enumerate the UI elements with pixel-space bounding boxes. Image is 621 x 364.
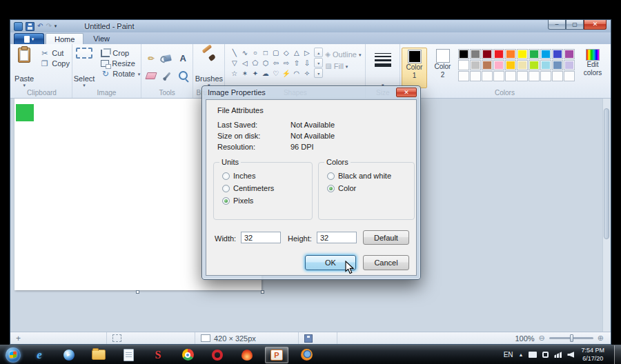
taskbar-app-firefox[interactable] xyxy=(295,347,318,363)
shape-icon[interactable]: ⬠ xyxy=(250,58,260,68)
tab-home[interactable]: Home xyxy=(46,33,83,44)
taskbar-app-notes[interactable] xyxy=(117,347,140,363)
palette-swatch[interactable] xyxy=(458,49,469,59)
eraser-tool-button[interactable] xyxy=(144,67,159,84)
palette-swatch[interactable] xyxy=(552,49,563,59)
width-input[interactable] xyxy=(241,232,281,243)
text-tool-button[interactable]: A xyxy=(175,50,191,67)
palette-swatch[interactable] xyxy=(529,71,540,81)
shape-icon[interactable]: ⇧ xyxy=(291,58,302,68)
shape-icon[interactable]: ◁ xyxy=(239,58,250,68)
shape-icon[interactable]: ☁ xyxy=(260,68,270,79)
taskbar-app-chrome[interactable] xyxy=(176,347,199,363)
palette-swatch[interactable] xyxy=(529,60,540,70)
redo-icon[interactable]: ↷ xyxy=(46,23,51,30)
shape-icon[interactable]: ▢ xyxy=(270,48,281,58)
shapes-scroll-up-button[interactable]: ▴ xyxy=(314,48,323,57)
palette-swatch[interactable] xyxy=(540,60,551,70)
color1-button[interactable]: Color 1 xyxy=(402,48,427,88)
palette-swatch[interactable] xyxy=(482,49,493,59)
palette-swatch[interactable] xyxy=(564,49,575,59)
palette-swatch[interactable] xyxy=(493,71,504,81)
qat-dropdown-icon[interactable]: ▾ xyxy=(55,23,57,29)
language-indicator[interactable]: EN xyxy=(504,351,513,358)
fill-button[interactable]: ▨Fill▾ xyxy=(325,62,361,70)
palette-swatch[interactable] xyxy=(505,60,516,70)
scrollbar-thumb[interactable] xyxy=(604,108,609,239)
close-button[interactable]: ✕ xyxy=(584,20,607,30)
resize-handle-corner[interactable] xyxy=(261,290,264,294)
paste-button[interactable]: Paste▾ xyxy=(12,46,37,88)
magnifier-tool-button[interactable] xyxy=(175,67,191,84)
palette-swatch[interactable] xyxy=(482,71,493,81)
palette-swatch[interactable] xyxy=(482,60,493,70)
fill-tool-button[interactable] xyxy=(159,50,175,67)
taskbar-app-file-explorer[interactable] xyxy=(87,347,110,363)
radio-icon[interactable] xyxy=(222,172,230,180)
network-icon[interactable] xyxy=(554,352,562,358)
zoom-slider-thumb[interactable] xyxy=(570,334,573,342)
edit-colors-button[interactable]: Edit colors xyxy=(578,48,608,88)
palette-swatch[interactable] xyxy=(540,71,551,81)
taskbar-app-s-app[interactable] xyxy=(146,347,170,363)
zoom-slider[interactable] xyxy=(549,337,593,339)
maximize-button[interactable]: ▢ xyxy=(566,20,584,30)
minimize-button[interactable]: – xyxy=(548,20,566,30)
pencil-tool-button[interactable]: ✏ xyxy=(144,50,159,67)
radio-icon[interactable] xyxy=(327,185,335,192)
outline-button[interactable]: ◈Outline▾ xyxy=(325,50,361,59)
shape-icon[interactable]: ⬡ xyxy=(260,58,270,68)
shape-icon[interactable]: ⇦ xyxy=(270,58,281,68)
shape-icon[interactable]: ▷ xyxy=(302,48,312,58)
zoom-out-icon[interactable]: ⊖ xyxy=(539,334,545,342)
palette-swatch[interactable] xyxy=(458,71,469,81)
color2-button[interactable]: Color 2 xyxy=(430,48,455,88)
dialog-titlebar[interactable]: Image Properties xyxy=(202,86,420,99)
shape-icon[interactable]: ♡ xyxy=(270,68,281,79)
color-picker-tool-button[interactable] xyxy=(159,67,175,84)
copy-button[interactable]: ❐Copy xyxy=(38,59,72,68)
shape-icon[interactable]: ⚡ xyxy=(281,68,291,79)
radio-pixels[interactable]: Pixels xyxy=(222,196,306,205)
shape-icon[interactable]: □ xyxy=(260,48,270,58)
palette-swatch[interactable] xyxy=(470,71,481,81)
show-desktop-button[interactable] xyxy=(614,345,621,364)
taskbar-app-media-player[interactable] xyxy=(57,347,81,363)
shape-icon[interactable]: ∿ xyxy=(239,48,250,58)
radio-inches[interactable]: Inches xyxy=(222,172,306,180)
undo-icon[interactable]: ↶ xyxy=(37,23,43,30)
shape-icon[interactable]: ☆ xyxy=(229,68,239,79)
shape-icon[interactable]: ◠ xyxy=(291,68,302,79)
radio-black-and-white[interactable]: Black and white xyxy=(327,172,408,180)
size-button[interactable]: ▾ xyxy=(372,46,394,88)
taskbar-app-red-app[interactable] xyxy=(235,347,259,363)
zoom-in-icon[interactable]: ⊕ xyxy=(598,334,604,342)
palette-swatch[interactable] xyxy=(540,49,551,59)
shape-icon[interactable]: ✧ xyxy=(302,68,312,79)
palette-swatch[interactable] xyxy=(517,60,528,70)
palette-swatch[interactable] xyxy=(564,71,575,81)
vertical-scrollbar[interactable] xyxy=(602,99,610,332)
application-menu-button[interactable]: ▾ xyxy=(14,33,44,44)
shape-icon[interactable]: ◇ xyxy=(281,48,291,58)
radio-icon[interactable] xyxy=(222,185,230,192)
brushes-button[interactable]: Brushes▾ xyxy=(193,46,226,88)
cut-button[interactable]: ✂Cut xyxy=(38,49,72,57)
default-button[interactable]: Default xyxy=(363,230,409,245)
palette-swatch[interactable] xyxy=(552,60,563,70)
radio-icon[interactable] xyxy=(327,172,335,180)
shape-icon[interactable]: ✶ xyxy=(239,68,250,79)
palette-swatch[interactable] xyxy=(458,60,469,70)
palette-swatch[interactable] xyxy=(517,49,528,59)
crop-button[interactable]: Crop xyxy=(99,49,142,57)
shape-icon[interactable]: △ xyxy=(291,48,302,58)
tab-view[interactable]: View xyxy=(85,33,118,44)
start-button[interactable] xyxy=(6,347,21,363)
palette-swatch[interactable] xyxy=(493,49,504,59)
palette-swatch[interactable] xyxy=(517,71,528,81)
palette-swatch[interactable] xyxy=(505,49,516,59)
height-input[interactable] xyxy=(317,232,357,243)
tray-expand-icon[interactable]: ▲ xyxy=(519,352,524,357)
shape-icon[interactable]: ○ xyxy=(250,48,260,58)
select-button[interactable]: Select▾ xyxy=(71,46,98,88)
